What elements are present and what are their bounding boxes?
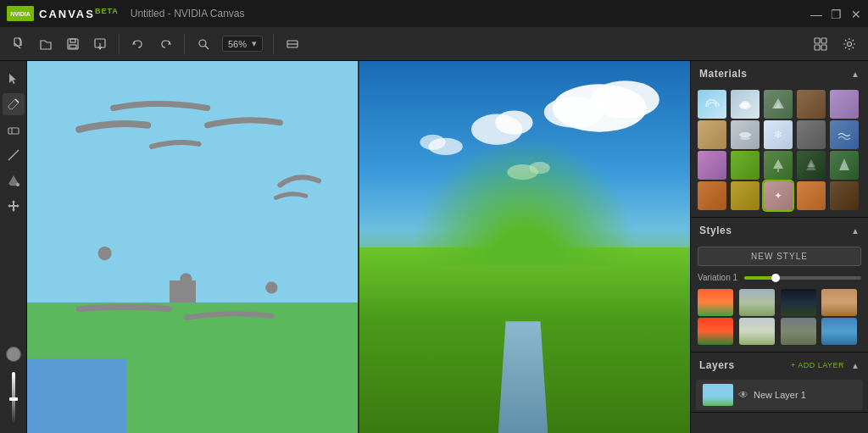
undo-button[interactable] bbox=[126, 32, 150, 56]
style-desert[interactable] bbox=[821, 289, 857, 316]
redo-button[interactable] bbox=[153, 32, 177, 56]
material-dirt[interactable] bbox=[797, 90, 826, 119]
variation-handle[interactable] bbox=[771, 274, 780, 282]
material-snow[interactable]: ❄ bbox=[764, 120, 793, 149]
material-stone[interactable] bbox=[797, 120, 826, 149]
svg-rect-12 bbox=[821, 38, 826, 43]
zoom-display[interactable]: 56% ▾ bbox=[222, 36, 263, 52]
svg-point-23 bbox=[265, 281, 277, 293]
material-pine[interactable] bbox=[830, 151, 859, 180]
save-button[interactable] bbox=[61, 32, 85, 56]
export-button[interactable] bbox=[88, 32, 112, 56]
toolbar-right bbox=[809, 32, 861, 56]
fill-tool[interactable] bbox=[3, 169, 25, 192]
window-controls: — ❐ ✕ bbox=[810, 8, 861, 19]
svg-marker-40 bbox=[773, 159, 783, 169]
layers-controls: + ADD LAYER ▲ bbox=[791, 361, 860, 370]
material-flower[interactable] bbox=[698, 151, 726, 180]
material-tree[interactable] bbox=[764, 151, 793, 180]
color-picker[interactable] bbox=[6, 347, 21, 362]
style-fog[interactable] bbox=[739, 289, 775, 316]
new-button[interactable] bbox=[7, 32, 31, 56]
select-tool[interactable] bbox=[3, 68, 25, 90]
style-sunset2[interactable] bbox=[698, 318, 733, 345]
svg-rect-11 bbox=[815, 38, 820, 43]
svg-rect-17 bbox=[8, 128, 19, 134]
layer-visibility-icon[interactable]: 👁 bbox=[738, 389, 748, 401]
style-dark[interactable] bbox=[781, 289, 816, 316]
style-blue[interactable] bbox=[821, 318, 857, 345]
materials-section: Materials ▲ bbox=[691, 61, 868, 218]
toolbar-separator-3 bbox=[273, 34, 274, 54]
material-cloud[interactable] bbox=[731, 90, 760, 119]
materials-header[interactable]: Materials ▲ bbox=[691, 61, 868, 86]
styles-title: Styles bbox=[699, 225, 732, 236]
svg-rect-14 bbox=[821, 45, 826, 50]
styles-collapse-icon[interactable]: ▲ bbox=[851, 226, 860, 236]
svg-point-7 bbox=[199, 40, 206, 47]
toolbar-separator-2 bbox=[184, 34, 185, 54]
material-purple[interactable] bbox=[830, 90, 859, 119]
material-rock-selected[interactable]: ✦ bbox=[764, 181, 793, 210]
variation-fill bbox=[744, 276, 773, 280]
eraser-tool[interactable] bbox=[3, 119, 25, 141]
minimize-button[interactable]: — bbox=[810, 8, 821, 19]
move-tool[interactable] bbox=[3, 195, 25, 217]
fit-view-button[interactable] bbox=[281, 32, 304, 56]
material-fog[interactable] bbox=[731, 120, 760, 149]
styles-grid bbox=[691, 286, 868, 352]
materials-grid: ❄ bbox=[691, 86, 868, 217]
svg-marker-44 bbox=[839, 158, 849, 170]
add-layer-button[interactable]: + ADD LAYER bbox=[791, 361, 844, 369]
zoom-value: 56% bbox=[228, 39, 247, 49]
material-dark-rock[interactable] bbox=[830, 181, 859, 210]
svg-text:❄: ❄ bbox=[774, 129, 782, 141]
photo-canvas bbox=[359, 61, 690, 433]
svg-line-19 bbox=[8, 150, 19, 160]
app-name: CANVASBETA bbox=[39, 7, 119, 20]
photo-hill bbox=[409, 136, 641, 266]
zoom-icon[interactable] bbox=[192, 32, 215, 56]
material-yellow-grass[interactable] bbox=[731, 181, 760, 210]
layers-collapse-icon[interactable]: ▲ bbox=[851, 361, 860, 370]
svg-point-38 bbox=[740, 136, 750, 140]
svg-rect-13 bbox=[815, 45, 820, 50]
style-mist[interactable] bbox=[739, 318, 775, 345]
styles-header[interactable]: Styles ▲ bbox=[691, 218, 868, 243]
layers-section: Layers + ADD LAYER ▲ 👁 New Layer 1 bbox=[691, 353, 868, 413]
nvidia-logo: NVIDIA bbox=[7, 6, 34, 21]
material-autumn[interactable] bbox=[698, 181, 726, 210]
variation-slider[interactable] bbox=[744, 276, 861, 280]
brush-tool[interactable] bbox=[3, 93, 25, 115]
material-mountain[interactable] bbox=[764, 90, 793, 119]
svg-rect-4 bbox=[70, 45, 76, 48]
main-content: Materials ▲ bbox=[0, 61, 868, 433]
open-button[interactable] bbox=[34, 32, 58, 56]
gallery-button[interactable] bbox=[809, 32, 832, 56]
new-style-button[interactable]: NEW STYLE bbox=[698, 247, 861, 266]
material-water[interactable] bbox=[830, 120, 859, 149]
line-tool[interactable] bbox=[3, 144, 25, 166]
style-sunset[interactable] bbox=[698, 289, 733, 316]
sketch-canvas[interactable] bbox=[27, 61, 358, 433]
material-sand[interactable] bbox=[698, 120, 726, 149]
layer-item[interactable]: 👁 New Layer 1 bbox=[696, 380, 863, 410]
sketch-canvas-panel[interactable] bbox=[27, 61, 358, 433]
zoom-dropdown-icon[interactable]: ▾ bbox=[252, 38, 257, 49]
material-grass[interactable] bbox=[731, 151, 760, 180]
material-orange[interactable] bbox=[797, 181, 826, 210]
beta-label: BETA bbox=[95, 7, 119, 15]
svg-point-34 bbox=[741, 101, 749, 108]
close-button[interactable]: ✕ bbox=[851, 8, 861, 19]
maximize-button[interactable]: ❐ bbox=[831, 8, 841, 19]
brush-size-slider[interactable] bbox=[12, 372, 15, 423]
svg-point-20 bbox=[16, 183, 19, 186]
material-dark-tree[interactable] bbox=[797, 151, 826, 180]
settings-button[interactable] bbox=[837, 32, 861, 56]
material-sky[interactable] bbox=[698, 90, 726, 119]
title-bar: NVIDIA CANVASBETA Untitled - NVIDIA Canv… bbox=[0, 0, 868, 27]
materials-collapse-icon[interactable]: ▲ bbox=[851, 69, 860, 79]
right-panel: Materials ▲ bbox=[690, 61, 868, 433]
style-grey[interactable] bbox=[781, 318, 816, 345]
svg-point-28 bbox=[495, 111, 532, 135]
